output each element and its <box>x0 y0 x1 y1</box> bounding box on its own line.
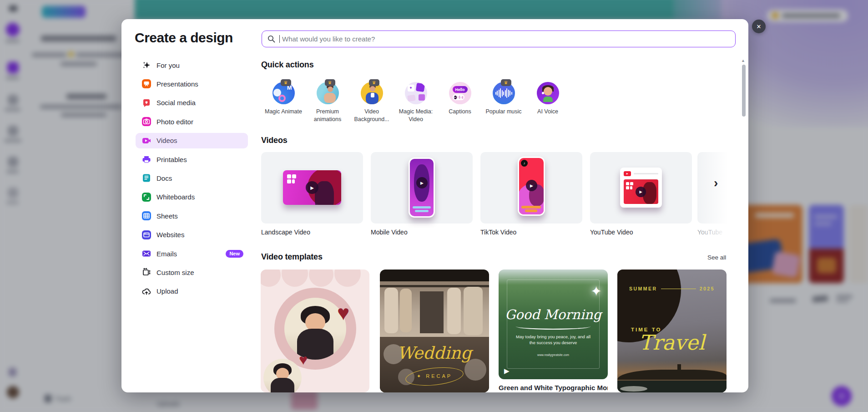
play-icon: ▶ <box>636 187 646 197</box>
videos-section-title: Videos <box>261 136 288 145</box>
quick-action-label: Popular music <box>481 108 526 116</box>
video-type-label: YouTube Video <box>590 229 633 236</box>
canva-create-design-screen: Trash Uploads <box>0 0 868 412</box>
quick-action-premium-animations[interactable]: ♛ Premium animations <box>305 82 350 123</box>
tower-silhouette <box>677 364 681 372</box>
youtube-thumbnail: ▶ ▶ <box>620 168 662 208</box>
summer-2025-row: SUMMER 2025 <box>629 286 715 291</box>
quick-action-captions[interactable]: Hello ▶ Captions <box>438 82 482 116</box>
see-all-link[interactable]: See all <box>707 254 726 261</box>
sidebar-label: Presentations <box>156 80 243 88</box>
tiktok-logo-icon: ♪ <box>521 160 528 167</box>
morning-caption-line2: the success you deserve <box>499 340 608 345</box>
browser-icon <box>142 230 151 239</box>
youtube-logo-icon: ▶ <box>624 171 631 176</box>
quick-action-ai-voice[interactable]: AI Voice <box>525 82 570 116</box>
close-icon: ✕ <box>757 23 762 30</box>
ai-voice-icon <box>537 82 559 104</box>
sidebar-item-whiteboards[interactable]: Whiteboards <box>136 189 248 205</box>
camera-icon <box>142 117 151 126</box>
wedding-recap: ✦ RECAP <box>380 373 489 379</box>
sidebar-item-social-media[interactable]: Social media <box>136 95 248 111</box>
sidebar-item-docs[interactable]: Docs <box>136 170 248 186</box>
quick-actions-title: Quick actions <box>261 60 313 70</box>
landscape-video-card[interactable]: ▶ <box>261 152 363 224</box>
sea-band <box>617 381 727 392</box>
sidebar-item-videos[interactable]: Videos <box>136 133 248 148</box>
text-caret <box>279 35 280 43</box>
quick-action-label: Premium animations <box>305 108 350 123</box>
template-card-wedding[interactable]: Wedding ✦ RECAP <box>380 270 489 392</box>
youtube-video-card[interactable]: ▶ ▶ <box>590 152 692 224</box>
morning-url: www.reallygreatsite.com <box>499 353 608 356</box>
whiteboard-icon <box>142 193 151 202</box>
tiktok-thumbnail: ♪ ▶ <box>518 157 545 216</box>
play-icon: ▶ <box>526 180 537 191</box>
carousel-next-button[interactable]: › <box>714 176 718 190</box>
play-icon: ▶ <box>306 181 318 194</box>
sidebar-item-photo-editor[interactable]: Photo editor <box>136 114 248 129</box>
envelope-icon <box>142 249 151 258</box>
sidebar-label: For you <box>156 61 243 69</box>
sidebar-label: Upload <box>156 287 243 295</box>
video-type-label: Landscape Video <box>261 229 310 236</box>
carousel-fade <box>697 147 748 242</box>
wedding-title: Wedding <box>380 343 489 363</box>
template-photo-circle <box>263 359 302 392</box>
quick-action-video-background[interactable]: ♛ Video Background... <box>349 82 394 123</box>
sidebar-label: Docs <box>156 174 243 182</box>
close-modal-button[interactable]: ✕ <box>752 20 766 33</box>
quick-action-magic-animate[interactable]: M ♛ Magic Animate <box>261 82 306 116</box>
sidebar-item-sheets[interactable]: Sheets <box>136 208 248 224</box>
premium-crown-icon: ♛ <box>325 79 335 86</box>
travel-title: Travel <box>617 331 727 355</box>
quick-action-magic-media-video[interactable]: ✦ Magic Media: Video <box>394 82 438 123</box>
sidebar-item-upload[interactable]: Upload <box>136 284 248 299</box>
sidebar-item-emails[interactable]: Emails New <box>136 246 248 261</box>
tiktok-video-card[interactable]: ♪ ▶ <box>480 152 582 224</box>
good-morning-title: Good Morning <box>499 307 608 322</box>
heart-icon: ♥ <box>337 302 349 323</box>
presentations-icon <box>142 79 151 88</box>
quick-action-label: Captions <box>438 108 482 116</box>
landscape-thumbnail: ▶ <box>283 170 341 205</box>
video-type-label: TikTok Video <box>480 229 516 236</box>
modal-title: Create a design <box>135 30 233 46</box>
template-card-pink-hearts[interactable]: ♥ ♥ <box>261 270 369 392</box>
sidebar-item-presentations[interactable]: Presentations <box>136 76 248 92</box>
template-card-travel[interactable]: SUMMER 2025 TIME TO Travel <box>617 270 727 392</box>
search-input[interactable] <box>281 35 730 43</box>
quick-action-label: AI Voice <box>525 108 570 116</box>
video-camera-icon <box>142 136 151 145</box>
captions-icon: Hello ▶ <box>449 82 471 104</box>
morning-caption-line1: May today bring you peace, joy, and all <box>499 334 608 339</box>
premium-crown-icon: ♛ <box>501 79 511 86</box>
quick-action-label: Magic Animate <box>261 108 306 116</box>
template-card-good-morning[interactable]: ✦ Good Morning May today bring you peace… <box>499 270 608 379</box>
underline-flourish <box>516 323 590 330</box>
sidebar-item-printables[interactable]: Printables <box>136 152 248 167</box>
sidebar-label: Websites <box>156 231 243 239</box>
hello-bubble: Hello <box>453 86 468 93</box>
scroll-up-icon[interactable]: ▲ <box>741 58 745 63</box>
sidebar-item-websites[interactable]: Websites <box>136 227 248 243</box>
search-icon <box>267 35 275 43</box>
spreadsheet-icon <box>142 211 151 220</box>
play-icon: ▶ <box>504 367 510 375</box>
resize-icon <box>142 268 151 277</box>
search-bar[interactable] <box>262 31 736 47</box>
heart-icon: ♥ <box>299 352 308 367</box>
scrollbar-thumb[interactable] <box>742 65 746 117</box>
sidebar-label: Photo editor <box>156 118 243 126</box>
magic-media-icon: ✦ <box>405 82 427 104</box>
sidebar-item-custom-size[interactable]: Custom size <box>136 264 248 280</box>
quick-action-popular-music[interactable]: ♛ Popular music <box>481 82 526 116</box>
mobile-thumbnail: ▶ <box>409 158 435 218</box>
upload-cloud-icon <box>142 287 151 296</box>
quick-action-label: Video Background... <box>349 108 394 123</box>
template-card-label: Green and White Typographic Morni... <box>499 384 608 392</box>
mobile-video-card[interactable]: ▶ <box>371 152 473 224</box>
sparkle-icon <box>142 61 151 70</box>
premium-crown-icon: ♛ <box>369 79 379 86</box>
sidebar-item-for-you[interactable]: For you <box>136 57 248 73</box>
